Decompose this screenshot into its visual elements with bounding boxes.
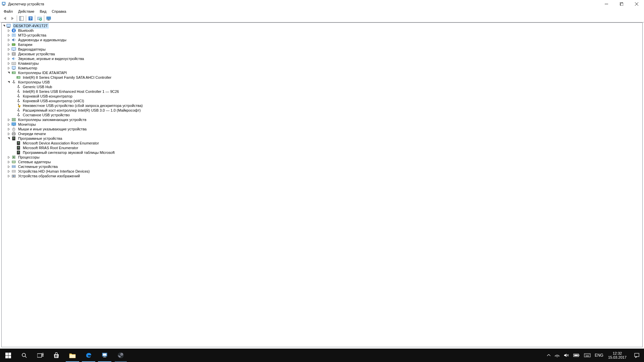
search-button[interactable] bbox=[16, 349, 32, 362]
menu-action[interactable]: Действие bbox=[16, 9, 37, 14]
taskbar-devmgr-icon[interactable] bbox=[97, 349, 113, 362]
expand-arrow-icon[interactable] bbox=[7, 29, 11, 33]
volume-icon[interactable] bbox=[562, 349, 571, 362]
taskbar-store-icon[interactable] bbox=[48, 349, 64, 362]
expand-arrow-icon[interactable] bbox=[7, 43, 11, 47]
cat-sound[interactable]: Звуковые, игровые и видеоустройства bbox=[2, 56, 642, 61]
cat-monitors[interactable]: Мониторы bbox=[2, 122, 642, 127]
expand-arrow-icon[interactable] bbox=[7, 165, 11, 169]
expand-arrow-icon[interactable] bbox=[7, 156, 11, 159]
svg-point-95 bbox=[17, 110, 18, 111]
dev-sw-1[interactable]: Microsoft RRAS Root Enumerator bbox=[2, 145, 642, 150]
collapse-arrow-icon[interactable] bbox=[7, 71, 11, 75]
action-center-button[interactable] bbox=[629, 349, 644, 362]
expand-arrow-icon[interactable] bbox=[7, 62, 11, 65]
svg-rect-52 bbox=[12, 73, 13, 73]
show-hide-tree-button[interactable] bbox=[18, 15, 25, 22]
cat-storage[interactable]: Контроллеры запоминающих устройств bbox=[2, 117, 642, 122]
cat-batteries[interactable]: Батареи bbox=[2, 42, 642, 47]
menu-help[interactable]: Справка bbox=[49, 9, 68, 14]
collapse-arrow-icon[interactable] bbox=[2, 24, 6, 28]
tray-overflow-button[interactable] bbox=[545, 349, 552, 362]
menu-view[interactable]: Вид bbox=[37, 9, 49, 14]
imaging-icon bbox=[11, 174, 16, 178]
expand-arrow-icon[interactable] bbox=[7, 160, 11, 164]
expand-arrow-icon[interactable] bbox=[7, 66, 11, 70]
menu-file[interactable]: Файл bbox=[1, 9, 15, 14]
task-view-button[interactable] bbox=[32, 349, 48, 362]
expand-arrow-icon[interactable] bbox=[7, 174, 11, 178]
cat-software[interactable]: Программные устройства bbox=[2, 136, 642, 141]
expand-arrow-icon[interactable] bbox=[7, 127, 11, 131]
scan-hardware-button[interactable] bbox=[36, 15, 43, 22]
tree-root[interactable]: DESKTOP-4VK1T2T bbox=[2, 23, 642, 28]
cat-hid[interactable]: Устройства HID (Human Interface Devices) bbox=[2, 169, 642, 174]
expand-arrow-icon[interactable] bbox=[7, 132, 11, 136]
cat-printq[interactable]: Очереди печати bbox=[2, 131, 642, 136]
start-button[interactable] bbox=[0, 349, 16, 362]
cat-mice[interactable]: Мыши и иные указывающие устройства bbox=[2, 127, 642, 131]
expand-arrow-icon[interactable] bbox=[7, 170, 11, 173]
expand-arrow-icon[interactable] bbox=[7, 118, 11, 122]
expand-arrow-icon[interactable] bbox=[7, 123, 11, 126]
taskbar-edge-icon[interactable] bbox=[80, 349, 97, 362]
dev-ide-0[interactable]: Intel(R) 8 Series Chipset Family SATA AH… bbox=[2, 75, 642, 80]
taskbar-explorer-icon[interactable] bbox=[64, 349, 80, 362]
cat-usb[interactable]: Контроллеры USB bbox=[2, 80, 642, 84]
forward-button[interactable] bbox=[9, 15, 16, 22]
svg-rect-137 bbox=[12, 166, 15, 168]
back-button[interactable] bbox=[1, 15, 9, 22]
svg-rect-163 bbox=[104, 357, 106, 357]
cat-display[interactable]: Видеоадаптеры bbox=[2, 47, 642, 52]
device-tree-pane[interactable]: DESKTOP-4VK1T2TBluetoothMTD-устройстваАу… bbox=[1, 22, 643, 347]
cat-imaging[interactable]: Устройства обработки изображений bbox=[2, 174, 642, 178]
battery-icon[interactable] bbox=[571, 349, 582, 362]
cat-disk[interactable]: Дисковые устройства bbox=[2, 52, 642, 56]
cat-mtd[interactable]: MTD-устройства bbox=[2, 33, 642, 38]
taskbar-steam-icon[interactable] bbox=[113, 349, 129, 362]
collapse-arrow-icon[interactable] bbox=[7, 137, 11, 140]
svg-rect-29 bbox=[13, 35, 15, 36]
device-tree[interactable]: DESKTOP-4VK1T2TBluetoothMTD-устройстваАу… bbox=[2, 23, 642, 179]
dev-usb-3[interactable]: Корневой USB-концентратор (xHCI) bbox=[2, 99, 642, 103]
svg-rect-162 bbox=[103, 354, 106, 356]
minimize-button[interactable] bbox=[599, 0, 614, 8]
cat-system[interactable]: Системные устройства bbox=[2, 164, 642, 169]
cat-audio[interactable]: Аудиовходы и аудиовыходы bbox=[2, 38, 642, 42]
help-button[interactable]: ? bbox=[27, 15, 34, 22]
tree-item-label: Контроллеры запоминающих устройств bbox=[17, 117, 87, 122]
software-icon bbox=[16, 141, 21, 145]
dev-usb-5[interactable]: Расширяемый хост-контроллер Intel(R) USB… bbox=[2, 108, 642, 113]
collapse-arrow-icon[interactable] bbox=[7, 80, 11, 84]
cat-computer[interactable]: Компьютер bbox=[2, 66, 642, 70]
expand-arrow-icon[interactable] bbox=[7, 34, 11, 37]
dev-sw-0[interactable]: Microsoft Device Association Root Enumer… bbox=[2, 141, 642, 145]
dev-usb-4[interactable]: !Неизвестное USB-устройство (сбой запрос… bbox=[2, 103, 642, 108]
dev-usb-6[interactable]: Составное USB устройство bbox=[2, 113, 642, 117]
expand-arrow-icon[interactable] bbox=[7, 48, 11, 51]
cat-network[interactable]: Сетевые адаптеры bbox=[2, 160, 642, 164]
mtd-icon bbox=[11, 33, 16, 38]
cat-bluetooth[interactable]: Bluetooth bbox=[2, 28, 642, 33]
expand-arrow-icon[interactable] bbox=[7, 38, 11, 42]
cat-cpu[interactable]: Процессоры bbox=[2, 155, 642, 160]
cat-keyboards[interactable]: Клавиатуры bbox=[2, 61, 642, 66]
language-indicator[interactable]: ENG bbox=[593, 349, 605, 362]
dev-usb-0[interactable]: Generic USB Hub bbox=[2, 84, 642, 89]
cat-ide[interactable]: Контроллеры IDE ATA/ATAPI bbox=[2, 70, 642, 75]
close-button[interactable] bbox=[629, 0, 644, 8]
clock[interactable]: 12:32 15.03.2017 bbox=[605, 349, 629, 362]
svg-point-40 bbox=[13, 53, 15, 55]
dev-sw-2[interactable]: Программный синтезатор звуковой таблицы … bbox=[2, 150, 642, 155]
dev-usb-1[interactable]: Intel(R) 8 Series USB Enhanced Host Cont… bbox=[2, 89, 642, 94]
maximize-button[interactable] bbox=[614, 0, 629, 8]
network-icon[interactable] bbox=[552, 349, 562, 362]
dev-usb-2[interactable]: Корневой USB-концентратор bbox=[2, 94, 642, 99]
expand-arrow-icon[interactable] bbox=[7, 52, 11, 56]
tree-item-label: Мониторы bbox=[17, 122, 37, 127]
svg-rect-107 bbox=[12, 123, 16, 125]
keyboard-icon[interactable] bbox=[582, 349, 593, 362]
svg-rect-160 bbox=[69, 355, 75, 358]
monitor-button[interactable] bbox=[45, 15, 52, 22]
expand-arrow-icon[interactable] bbox=[7, 57, 11, 61]
